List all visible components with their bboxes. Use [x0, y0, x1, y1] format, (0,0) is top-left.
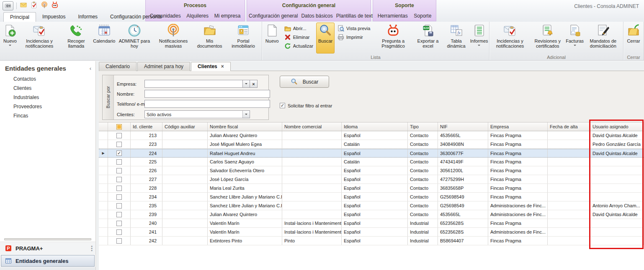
table-row[interactable]: 213Julian Alvarez QuinteroEspañolContact… — [99, 131, 644, 140]
row-checkbox[interactable] — [116, 168, 122, 173]
column-header-usuario-asignado[interactable]: Usuario asignado — [590, 122, 644, 131]
ribbon-button-nuevo[interactable]: Nuevo — [263, 23, 281, 53]
ribbon-button-informes[interactable]: Informes — [470, 23, 488, 53]
cell-sel[interactable]: ✓ — [108, 149, 131, 157]
ribbon-button-adminet-para-hoy[interactable]: ADMINET para hoy — [116, 23, 153, 53]
column-header-id-cliente[interactable]: Id. cliente — [131, 122, 162, 131]
ribbon-tab-impuestos[interactable]: Impuestos — [36, 12, 72, 22]
ribbon-button-mandatos-de-domiciliacion[interactable]: Mandatos de domiciliación — [584, 23, 622, 53]
doc-tab-calendario[interactable]: Calendario — [99, 62, 137, 71]
column-header-fecha-de-alta[interactable]: Fecha de alta — [548, 122, 590, 131]
ribbon-button-imprimir[interactable]: Imprimir — [336, 33, 372, 41]
context-tab-herramientas[interactable]: Herramientas — [376, 13, 410, 19]
cell-sel[interactable] — [108, 201, 131, 210]
filter-on-enter-checkbox[interactable]: ✓ — [280, 103, 285, 108]
ribbon-button-cerrar[interactable]: Cerrar — [624, 23, 643, 53]
sidebar-bottom-button-entidades-generales[interactable]: Entidades generales — [1, 255, 95, 267]
ribbon-button-incidencias-y-notificaciones[interactable]: Incidencias y notificaciones — [19, 23, 59, 53]
cell-sel[interactable] — [108, 166, 131, 175]
row-checkbox[interactable]: ✓ — [116, 150, 122, 156]
ribbon-button-recoger-llamada[interactable]: Recoger llamada — [59, 23, 93, 53]
sidebar-splitter[interactable] — [0, 237, 95, 242]
empresa-input[interactable] — [144, 80, 242, 88]
telefono-email-input[interactable] — [144, 100, 270, 108]
context-tab-datos-basicos[interactable]: Datos básicos — [299, 13, 334, 19]
table-row[interactable]: ▶✓224Rafael Huguet AndreuEspañolContacto… — [99, 149, 644, 158]
buscar-button[interactable]: Buscar — [280, 76, 329, 88]
cell-sel[interactable] — [108, 158, 131, 166]
ribbon-button-tabla-dinamica[interactable]: fxTabla dinámica — [443, 23, 470, 53]
ribbon-button-eliminar[interactable]: Eliminar — [283, 33, 315, 41]
row-checkbox[interactable] — [116, 212, 122, 217]
table-row[interactable]: 235Sanchez Llibre Julian y Mariano C.B.E… — [99, 201, 644, 210]
column-header-nombre-fiscal[interactable]: Nombre fiscal — [208, 122, 282, 131]
ribbon-tab-configuracion-personal[interactable]: Configuración personal — [104, 12, 168, 22]
column-header-empresa[interactable]: Empresa — [488, 122, 548, 131]
table-row[interactable]: 240Valentín MarínInstal·lacions i Manten… — [99, 219, 644, 228]
ribbon-button-buscar[interactable]: Buscar — [316, 23, 335, 53]
table-row[interactable]: 228Maria Leal ZuritaEspañolContacto36835… — [99, 184, 644, 193]
cell-sel[interactable] — [108, 228, 131, 236]
ribbon-button-revisiones-y-certificados[interactable]: Revisiones y certificados — [530, 23, 566, 53]
cell-sel[interactable] — [108, 210, 131, 219]
ribbon-tab-informes[interactable]: Informes — [72, 12, 104, 22]
column-header-codigo-auxiliar[interactable]: Código auxiliar — [162, 122, 208, 131]
ribbon-button-portal-inmobiliario[interactable]: Portal inmobiliario — [226, 23, 261, 53]
doc-tab-adminet-para-hoy[interactable]: Adminet para hoy — [137, 62, 190, 71]
table-row[interactable]: 239Julian Alvarez QuinteroEspañolContact… — [99, 210, 644, 219]
sidebar-collapse-icon[interactable]: ‹ — [90, 65, 91, 71]
cell-sel[interactable] — [108, 219, 131, 227]
ribbon-button-calendario[interactable]: Calendario — [93, 23, 116, 53]
nombre-input[interactable] — [144, 90, 270, 98]
context-tab-configuracion-general[interactable]: Configuración general — [247, 13, 299, 19]
table-row[interactable]: 227José López GarcíaEspañolContacto47275… — [99, 175, 644, 184]
column-header-nombre-comercial[interactable]: Nombre comercial — [282, 122, 342, 131]
quick-access-pragmatico-button[interactable] — [51, 1, 59, 10]
row-checkbox[interactable] — [116, 194, 122, 200]
column-header-sel[interactable] — [108, 122, 131, 131]
table-row[interactable]: 226Salvador Echeverría OteroEspañolConta… — [99, 166, 644, 175]
quick-access-broadcast-button[interactable] — [41, 1, 48, 10]
column-header-tipo[interactable]: Tipo — [408, 122, 438, 131]
table-row[interactable]: 241Valentín MarínInstal·lacions i Manten… — [99, 228, 644, 237]
row-checkbox[interactable] — [116, 221, 122, 226]
context-tab-mi-empresa[interactable]: Mi empresa — [213, 13, 242, 19]
ribbon-button-incidencias-y-notificaciones[interactable]: Incidencias y notificaciones — [490, 23, 530, 53]
ribbon-button-exportar-a-excel[interactable]: XLSXExportar a excel — [413, 23, 443, 53]
empresa-dropdown-button[interactable] — [242, 80, 250, 88]
table-row[interactable]: 234Sanchez Llibre Julian y Mariano C.B.E… — [99, 193, 644, 201]
ribbon-button-facturas[interactable]: Facturas — [566, 23, 584, 53]
sidebar-item-contactos[interactable]: Contactos — [0, 74, 95, 84]
row-checkbox[interactable] — [116, 133, 122, 138]
cell-sel[interactable] — [108, 193, 131, 201]
quick-access-mail-button[interactable] — [20, 1, 27, 10]
quick-access-app-menu-button[interactable] — [3, 1, 13, 10]
ribbon-button-mis-documentos[interactable]: Mis documentos — [193, 23, 226, 53]
ribbon-button-actualizar[interactable]: Actualizar — [283, 42, 315, 50]
cell-sel[interactable] — [108, 131, 131, 140]
cell-sel[interactable] — [108, 140, 131, 148]
ribbon-tab-principal[interactable]: Principal — [3, 12, 36, 22]
sidebar-item-proveedores[interactable]: Proveedores — [0, 102, 95, 111]
column-header-nif[interactable]: NIF — [438, 122, 488, 131]
cell-sel[interactable] — [108, 175, 131, 183]
table-row[interactable]: 223José Miguel Mulero EgeaCatalánContact… — [99, 140, 644, 149]
ribbon-button-abrir[interactable]: Abrir... — [283, 25, 315, 32]
row-checkbox[interactable] — [116, 203, 122, 209]
close-icon[interactable]: × — [221, 62, 224, 71]
context-tab-plantillas-de-texto[interactable]: Plantillas de texto — [335, 13, 377, 19]
ribbon-button-nuevo[interactable]: Nuevo — [1, 23, 19, 53]
table-row[interactable]: 225Carlos Saenz AguayoCatalánContacto474… — [99, 158, 644, 166]
drag-grip-icon[interactable]: ••• — [91, 245, 93, 252]
row-checkbox[interactable] — [116, 142, 122, 147]
sidebar-item-fincas[interactable]: Fincas — [0, 111, 95, 120]
row-checkbox[interactable] — [116, 177, 122, 182]
sidebar-bottom-button-pragma[interactable]: PPRAGMA+••• — [0, 242, 95, 255]
row-checkbox[interactable] — [116, 186, 122, 191]
row-checkbox[interactable] — [116, 229, 122, 235]
row-checkbox[interactable] — [116, 159, 122, 165]
row-checkbox[interactable] — [116, 238, 122, 244]
cell-sel[interactable] — [108, 184, 131, 192]
ribbon-button-notificaciones-masivas[interactable]: Notificaciones masivas — [153, 23, 193, 53]
cell-sel[interactable] — [108, 237, 131, 245]
